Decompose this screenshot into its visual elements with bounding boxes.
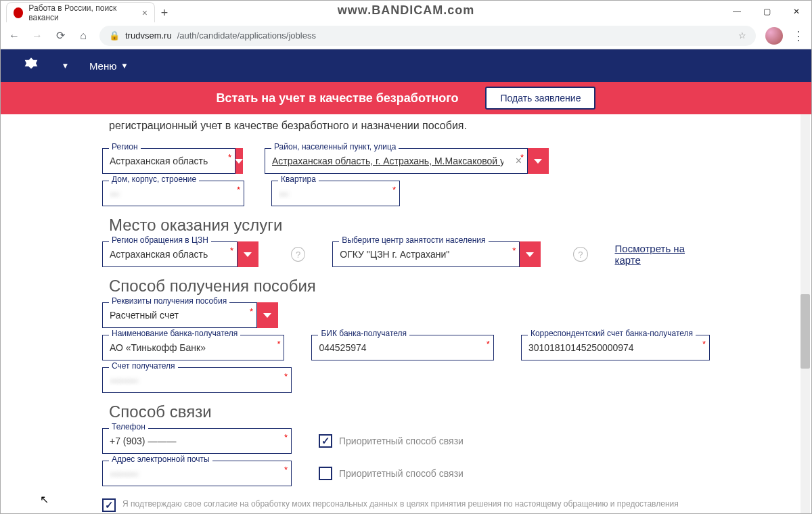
region-input[interactable] bbox=[103, 149, 235, 173]
scrollbar-thumb[interactable] bbox=[800, 294, 810, 369]
field-label: БИК банка-получателя bbox=[318, 329, 409, 338]
favicon-icon bbox=[14, 7, 23, 18]
clear-icon[interactable]: × bbox=[510, 155, 527, 167]
new-tab-button[interactable]: + bbox=[155, 3, 174, 22]
action-banner: Встать на учет в качестве безработного П… bbox=[1, 82, 811, 114]
window-titlebar: www.BANDICAM.com Работа в России, поиск … bbox=[1, 1, 811, 22]
chevron-down-icon: ▼ bbox=[120, 62, 128, 70]
dropdown-button[interactable] bbox=[235, 148, 243, 174]
menu-dots-icon[interactable]: ⋮ bbox=[792, 28, 805, 43]
view-on-map-link[interactable]: Посмотреть на карте bbox=[615, 243, 710, 266]
account-input[interactable] bbox=[103, 368, 291, 392]
help-icon[interactable]: ? bbox=[573, 247, 587, 262]
profile-avatar[interactable] bbox=[765, 27, 783, 45]
benefit-type-input[interactable] bbox=[103, 303, 256, 327]
banner-title: Встать на учет в качестве безработного bbox=[217, 91, 459, 106]
field-label: Счет получателя bbox=[109, 361, 178, 371]
address-bar: ← → ⟳ ⌂ 🔒 trudvsem.ru/auth/candidate/app… bbox=[1, 22, 811, 49]
mouse-cursor-icon: ↖ bbox=[40, 493, 49, 506]
dropdown-button[interactable] bbox=[237, 241, 258, 267]
home-icon[interactable]: ⌂ bbox=[76, 30, 90, 42]
close-window-button[interactable]: ✕ bbox=[782, 1, 811, 22]
lock-icon: 🔒 bbox=[109, 30, 120, 41]
priority-email-checkbox[interactable] bbox=[319, 467, 332, 480]
bik-input[interactable] bbox=[312, 335, 493, 360]
field-label: Корреспондентский счет банка-получателя bbox=[528, 329, 696, 338]
section-heading: Способ связи bbox=[109, 402, 710, 421]
browser-tab[interactable]: Работа в России, поиск ваканси × bbox=[6, 2, 155, 22]
priority-phone-checkbox[interactable] bbox=[319, 434, 332, 448]
czn-region-input[interactable] bbox=[103, 242, 237, 266]
field-label: Район, населенный пункт, улица bbox=[271, 142, 399, 151]
help-icon[interactable]: ? bbox=[291, 247, 305, 262]
url-input[interactable]: 🔒 trudvsem.ru/auth/candidate/application… bbox=[99, 26, 756, 46]
emblem-icon[interactable] bbox=[21, 55, 41, 76]
maximize-button[interactable]: ▢ bbox=[752, 1, 782, 22]
field-label: Дом, корпус, строение bbox=[109, 174, 199, 184]
field-label: Регион обращения в ЦЗН bbox=[109, 235, 211, 245]
checkbox-label: Приоритетный способ связи bbox=[339, 436, 464, 446]
close-tab-icon[interactable]: × bbox=[142, 7, 148, 18]
checkbox-label: Приоритетный способ связи bbox=[339, 468, 464, 479]
field-label: Наименование банка-получателя bbox=[109, 329, 240, 338]
field-label: Реквизиты получения пособия bbox=[109, 296, 229, 306]
submit-application-button[interactable]: Подать заявление bbox=[485, 87, 595, 110]
field-label: Выберите центр занятости населения bbox=[339, 235, 488, 245]
field-label: Регион bbox=[109, 142, 141, 151]
form-content: регистрационный учет в качестве безработ… bbox=[1, 114, 811, 513]
field-label: Телефон bbox=[109, 422, 148, 431]
url-domain: trudvsem.ru bbox=[125, 30, 172, 41]
star-icon[interactable]: ☆ bbox=[738, 30, 746, 41]
url-path: /auth/candidate/applications/jobless bbox=[177, 30, 316, 41]
section-heading: Способ получения пособия bbox=[109, 277, 710, 296]
phone-input[interactable] bbox=[103, 429, 291, 453]
bank-name-input[interactable] bbox=[103, 335, 284, 360]
forward-icon[interactable]: → bbox=[30, 30, 44, 42]
flat-input[interactable] bbox=[272, 181, 404, 206]
consent-text: Я подтверждаю свое согласие на обработку… bbox=[122, 498, 679, 510]
street-input[interactable] bbox=[265, 149, 510, 173]
email-input[interactable] bbox=[103, 461, 291, 486]
menu-button[interactable]: Меню ▼ bbox=[89, 60, 128, 72]
reload-icon[interactable]: ⟳ bbox=[53, 29, 67, 42]
back-icon[interactable]: ← bbox=[7, 30, 21, 42]
field-label: Квартира bbox=[278, 174, 319, 184]
dropdown-button[interactable] bbox=[519, 241, 541, 267]
site-header: ▼ Меню ▼ bbox=[1, 49, 811, 82]
consent-checkbox[interactable] bbox=[102, 498, 116, 512]
field-label: Адрес электронной почты bbox=[109, 454, 212, 464]
czn-center-input[interactable] bbox=[333, 242, 519, 266]
minimize-button[interactable]: — bbox=[722, 1, 752, 22]
chevron-down-icon[interactable]: ▼ bbox=[62, 62, 69, 70]
section-heading: Место оказания услуги bbox=[109, 216, 710, 235]
house-input[interactable] bbox=[103, 181, 244, 206]
corr-account-input[interactable] bbox=[522, 335, 709, 360]
tab-title: Работа в России, поиск ваканси bbox=[28, 3, 136, 22]
dropdown-button[interactable] bbox=[527, 148, 549, 174]
intro-text: регистрационный учет в качестве безработ… bbox=[102, 114, 710, 141]
dropdown-button[interactable] bbox=[256, 302, 278, 328]
